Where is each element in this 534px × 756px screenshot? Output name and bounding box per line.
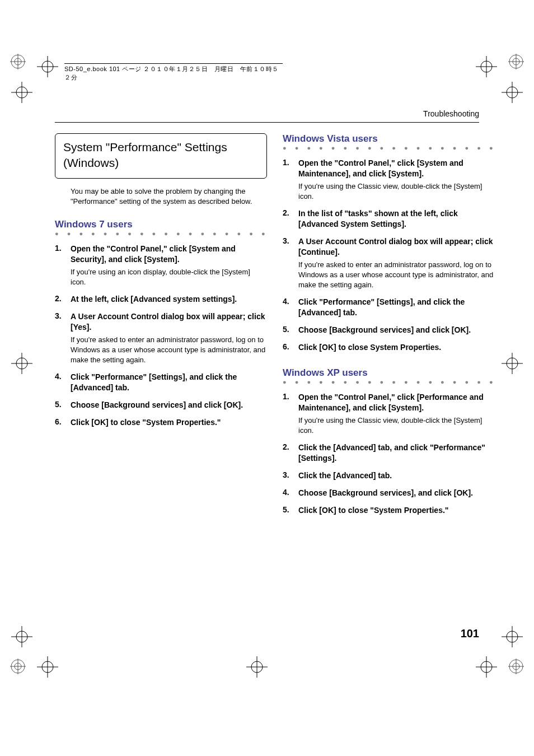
step-text: Click "Performance" [Settings], and clic… xyxy=(298,297,495,318)
step-text: Choose [Background services] and click [… xyxy=(298,325,495,335)
right-column: Windows Vista users ● ● ● ● ● ● ● ● ● ● … xyxy=(283,133,495,522)
list-item: Choose [Background services] and click [… xyxy=(283,325,495,335)
step-text: Click [OK] to close "System Properties." xyxy=(71,417,267,428)
regmark-icon xyxy=(508,659,524,674)
subhead-win7: Windows 7 users xyxy=(55,219,267,230)
crossmark-icon xyxy=(502,626,523,647)
running-head: Troubleshooting xyxy=(423,109,479,118)
list-item: Click [OK] to close "System Properties." xyxy=(283,505,495,516)
crossmark-icon xyxy=(476,656,497,678)
section-title: System "Performance" Settings (Windows) xyxy=(55,133,267,179)
subhead-xp: Windows XP users xyxy=(283,367,495,379)
list-item: Click [OK] to close System Properties. xyxy=(283,342,495,353)
page-number: 101 xyxy=(461,627,479,640)
crossmark-icon xyxy=(11,626,32,647)
list-item: A User Account Control dialog box will a… xyxy=(55,311,267,365)
dotted-rule: ● ● ● ● ● ● ● ● ● ● ● ● ● ● ● ● ● ● ● ● … xyxy=(283,146,495,150)
dotted-rule: ● ● ● ● ● ● ● ● ● ● ● ● ● ● ● ● ● ● ● ● … xyxy=(55,231,267,236)
intro-text: You may be able to solve the problem by … xyxy=(71,186,267,207)
step-text: Click [OK] to close "System Properties." xyxy=(298,505,495,516)
crossmark-icon xyxy=(502,353,523,374)
list-item: Open the "Control Panel," click [System … xyxy=(283,158,495,202)
crossmark-icon xyxy=(11,353,32,374)
crossmark-icon xyxy=(37,656,58,678)
step-note: If you're using the Classic view, double… xyxy=(298,181,495,202)
list-item: Click "Performance" [Settings], and clic… xyxy=(55,372,267,393)
list-item: Click the [Advanced] tab, and click "Per… xyxy=(283,442,495,464)
step-note: If you're using the Classic view, double… xyxy=(298,416,495,436)
list-item: Click "Performance" [Settings], and clic… xyxy=(283,297,495,318)
list-item: Open the "Control Panel," click [System … xyxy=(55,244,267,287)
list-item: Choose [Background services] and click [… xyxy=(55,400,267,410)
step-text: Click "Performance" [Settings], and clic… xyxy=(71,372,267,393)
step-text: Open the "Control Panel," click [Perform… xyxy=(298,392,495,413)
step-text: Choose [Background services], and click … xyxy=(298,488,495,498)
left-column: System "Performance" Settings (Windows) … xyxy=(55,133,267,522)
list-item: In the list of "tasks" shown at the left… xyxy=(283,208,495,230)
list-item: At the left, click [Advanced system sett… xyxy=(55,294,267,305)
step-text: In the list of "tasks" shown at the left… xyxy=(298,208,495,230)
step-note: If you're using an icon display, double-… xyxy=(71,267,267,287)
steps-win7: Open the "Control Panel," click [System … xyxy=(55,244,267,428)
source-meta: SD-50_e.book 101 ページ ２０１０年１月２５日 月曜日 午前１０… xyxy=(64,63,283,82)
header-rule xyxy=(55,122,479,123)
step-note: If you're asked to enter an administrato… xyxy=(71,335,267,366)
crossmark-icon xyxy=(502,82,523,103)
step-text: Choose [Background services] and click [… xyxy=(71,400,267,410)
list-item: Choose [Background services], and click … xyxy=(283,488,495,498)
crossmark-icon xyxy=(11,82,32,103)
steps-vista: Open the "Control Panel," click [System … xyxy=(283,158,495,353)
regmark-icon xyxy=(10,659,26,674)
list-item: Click the [Advanced] tab. xyxy=(283,470,495,481)
step-text: Click the [Advanced] tab, and click "Per… xyxy=(298,442,495,464)
step-text: At the left, click [Advanced system sett… xyxy=(71,294,267,305)
crossmark-icon xyxy=(246,656,268,678)
step-text: Open the "Control Panel," click [System … xyxy=(298,158,495,179)
regmark-icon xyxy=(10,54,26,69)
crossmark-icon xyxy=(476,56,497,77)
dotted-rule: ● ● ● ● ● ● ● ● ● ● ● ● ● ● ● ● ● ● ● ● … xyxy=(283,380,495,384)
list-item: Open the "Control Panel," click [Perform… xyxy=(283,392,495,436)
step-text: Open the "Control Panel," click [System … xyxy=(71,244,267,265)
steps-xp: Open the "Control Panel," click [Perform… xyxy=(283,392,495,516)
step-text: A User Account Control dialog box will a… xyxy=(71,311,267,333)
regmark-icon xyxy=(508,54,524,69)
step-text: Click [OK] to close System Properties. xyxy=(298,342,495,353)
step-note: If you're asked to enter an administrato… xyxy=(298,260,495,291)
list-item: A User Account Control dialog box will a… xyxy=(283,236,495,290)
subhead-vista: Windows Vista users xyxy=(283,133,495,144)
step-text: Click the [Advanced] tab. xyxy=(298,470,495,481)
step-text: A User Account Control dialog box will a… xyxy=(298,236,495,258)
content-columns: System "Performance" Settings (Windows) … xyxy=(55,133,479,522)
list-item: Click [OK] to close "System Properties." xyxy=(55,417,267,428)
crossmark-icon xyxy=(37,56,58,77)
